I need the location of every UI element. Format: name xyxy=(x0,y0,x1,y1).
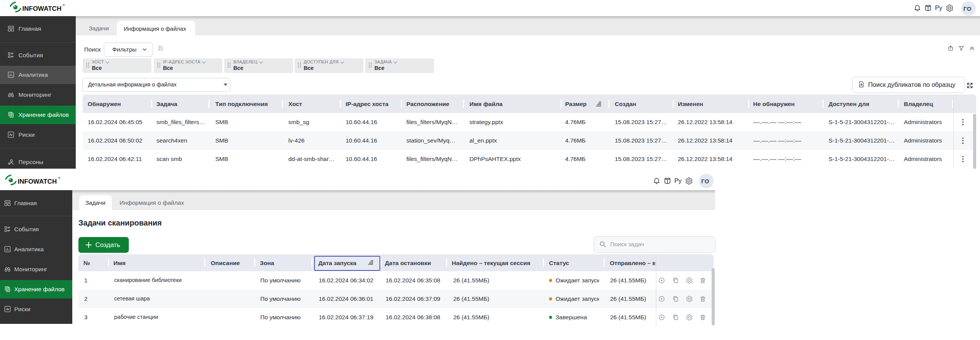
svg-text:®: ® xyxy=(63,3,65,7)
svg-text:INFOWATCH: INFOWATCH xyxy=(18,178,57,185)
svg-text:INFOWATCH: INFOWATCH xyxy=(22,5,62,12)
svg-text:®: ® xyxy=(58,176,60,180)
